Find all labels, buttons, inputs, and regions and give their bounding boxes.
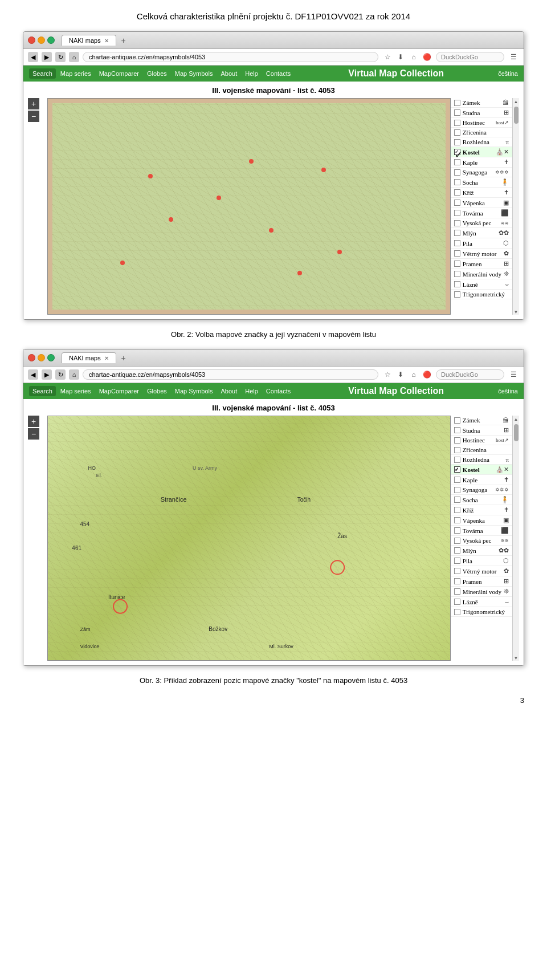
forward-button-2[interactable]: ▶ <box>42 369 52 380</box>
back-button-1[interactable]: ◀ <box>28 52 38 62</box>
legend2-checkbox-synagoga[interactable] <box>454 487 460 493</box>
download-icon[interactable]: ⬇ <box>395 51 406 63</box>
zoom-in-button-2[interactable]: + <box>28 416 39 427</box>
legend-checkbox-kaple[interactable] <box>454 159 460 165</box>
bookmark-icon-2[interactable]: ☆ <box>382 369 393 380</box>
legend2-checkbox-zamek[interactable] <box>454 417 460 424</box>
tab-close-1[interactable]: ✕ <box>104 38 109 44</box>
scroll-up-1[interactable]: ▲ <box>514 99 519 104</box>
flag-icon-2[interactable]: 🔴 <box>421 369 432 380</box>
close-button-2[interactable] <box>28 354 35 361</box>
nav-contacts[interactable]: Contacts <box>263 68 294 79</box>
scroll-thumb-1[interactable] <box>514 107 519 124</box>
lang-selector-1[interactable]: čeština <box>498 70 518 77</box>
legend-checkbox-mineralvody[interactable] <box>454 271 460 277</box>
scroll-down-1[interactable]: ▼ <box>514 310 519 315</box>
back-button-2[interactable]: ◀ <box>28 369 38 380</box>
legend2-checkbox-socha[interactable] <box>454 497 460 503</box>
legend2-checkbox-pila[interactable] <box>454 558 460 564</box>
home-button-1[interactable]: ⌂ <box>69 52 79 62</box>
legend-checkbox-pila[interactable] <box>454 240 460 246</box>
nav-mapseries-2[interactable]: Map series <box>57 386 95 396</box>
legend2-checkbox-rozhledna[interactable] <box>454 457 460 463</box>
legend2-checkbox-trigonometricky[interactable] <box>454 609 460 615</box>
legend-checkbox-zamek[interactable] <box>454 100 460 106</box>
lang-selector-2[interactable]: čeština <box>498 388 518 395</box>
legend2-checkbox-lazne[interactable] <box>454 599 460 605</box>
legend2-checkbox-tovarna[interactable] <box>454 527 460 534</box>
legend2-checkbox-kaple[interactable] <box>454 477 460 483</box>
legend2-checkbox-studna[interactable] <box>454 427 460 433</box>
map-container-1[interactable] <box>47 98 451 315</box>
nav-help[interactable]: Help <box>242 68 262 79</box>
zoom-out-button-2[interactable]: − <box>28 428 39 440</box>
menu-icon[interactable]: ☰ <box>508 51 519 63</box>
nav-mapsymbols-2[interactable]: Map Symbols <box>172 386 217 396</box>
legend2-checkbox-pramen[interactable] <box>454 578 460 584</box>
legend-checkbox-pramen[interactable] <box>454 261 460 267</box>
new-tab-button-1[interactable]: + <box>119 35 129 46</box>
maximize-button[interactable] <box>47 36 55 44</box>
nav-about[interactable]: About <box>217 68 240 79</box>
flag-icon[interactable]: 🔴 <box>421 51 432 63</box>
search-input-2[interactable] <box>436 369 504 380</box>
forward-button-1[interactable]: ▶ <box>42 52 52 62</box>
legend-checkbox-vapenka[interactable] <box>454 200 460 206</box>
legend2-checkbox-mlyn[interactable] <box>454 547 460 554</box>
close-button[interactable] <box>28 36 35 44</box>
nav-search-2[interactable]: Search <box>29 386 56 396</box>
legend-scrollbar-1[interactable]: ▲ ▼ <box>512 98 519 315</box>
minimize-button[interactable] <box>38 36 45 44</box>
legend-checkbox-tovarna[interactable] <box>454 210 460 216</box>
active-tab-1[interactable]: NAKI maps ✕ <box>62 35 116 46</box>
legend-checkbox-mlyn[interactable] <box>454 230 460 236</box>
nav-mapcomparer-2[interactable]: MapComparer <box>96 386 142 396</box>
menu-icon-2[interactable]: ☰ <box>508 369 519 380</box>
search-input-1[interactable] <box>436 52 504 62</box>
nav-mapsymbols[interactable]: Map Symbols <box>172 68 217 79</box>
legend-scrollbar-2[interactable]: ▲ ▼ <box>512 416 519 661</box>
home-button-2[interactable]: ⌂ <box>69 369 79 380</box>
legend-checkbox-socha[interactable] <box>454 179 460 185</box>
home-icon-2[interactable]: ⌂ <box>408 369 419 380</box>
legend2-checkbox-mineralvody[interactable] <box>454 588 460 595</box>
nav-about-2[interactable]: About <box>217 386 240 396</box>
legend-checkbox-kostel[interactable]: ✓ <box>454 149 460 155</box>
legend-checkbox-kriz[interactable] <box>454 189 460 196</box>
url-input-1[interactable] <box>83 52 378 62</box>
scroll-down-2[interactable]: ▼ <box>514 656 519 661</box>
reload-button-1[interactable]: ↻ <box>55 52 66 62</box>
legend-checkbox-studna[interactable] <box>454 109 460 116</box>
url-input-2[interactable] <box>83 369 378 380</box>
download-icon-2[interactable]: ⬇ <box>395 369 406 380</box>
nav-help-2[interactable]: Help <box>242 386 262 396</box>
map-image-1[interactable] <box>48 99 450 314</box>
active-tab-2[interactable]: NAKI maps ✕ <box>62 352 116 363</box>
legend2-checkbox-vetrnymotor[interactable] <box>454 568 460 574</box>
legend-checkbox-hostinec[interactable] <box>454 120 460 126</box>
minimize-button-2[interactable] <box>38 354 45 361</box>
map-container-2[interactable]: Strančice El. HO 454 461 Itunice Zám Vid… <box>47 416 451 661</box>
legend2-checkbox-kostel[interactable]: ✓ <box>454 466 460 473</box>
legend2-checkbox-vapenka[interactable] <box>454 517 460 523</box>
legend-checkbox-zricenina[interactable] <box>454 129 460 136</box>
legend-checkbox-rozhledna[interactable] <box>454 139 460 145</box>
zoom-in-button-1[interactable]: + <box>28 98 39 109</box>
legend-checkbox-trigonometricky[interactable] <box>454 291 460 298</box>
nav-contacts-2[interactable]: Contacts <box>263 386 294 396</box>
nav-globes-2[interactable]: Globes <box>144 386 170 396</box>
new-tab-button-2[interactable]: + <box>119 353 129 363</box>
nav-mapcomparer[interactable]: MapComparer <box>96 68 142 79</box>
legend2-checkbox-vysokapec[interactable] <box>454 538 460 544</box>
home-icon[interactable]: ⌂ <box>408 51 419 63</box>
nav-mapseries[interactable]: Map series <box>57 68 95 79</box>
reload-button-2[interactable]: ↻ <box>55 369 66 380</box>
tab-close-2[interactable]: ✕ <box>104 355 109 361</box>
nav-search[interactable]: Search <box>29 68 56 79</box>
legend-checkbox-vetrnymotor[interactable] <box>454 250 460 257</box>
legend-checkbox-vysokapec[interactable] <box>454 220 460 226</box>
map-image-2[interactable]: Strančice El. HO 454 461 Itunice Zám Vid… <box>48 416 450 660</box>
legend2-checkbox-zricenina[interactable] <box>454 447 460 453</box>
maximize-button-2[interactable] <box>47 354 55 361</box>
legend-checkbox-synagoga[interactable] <box>454 169 460 176</box>
